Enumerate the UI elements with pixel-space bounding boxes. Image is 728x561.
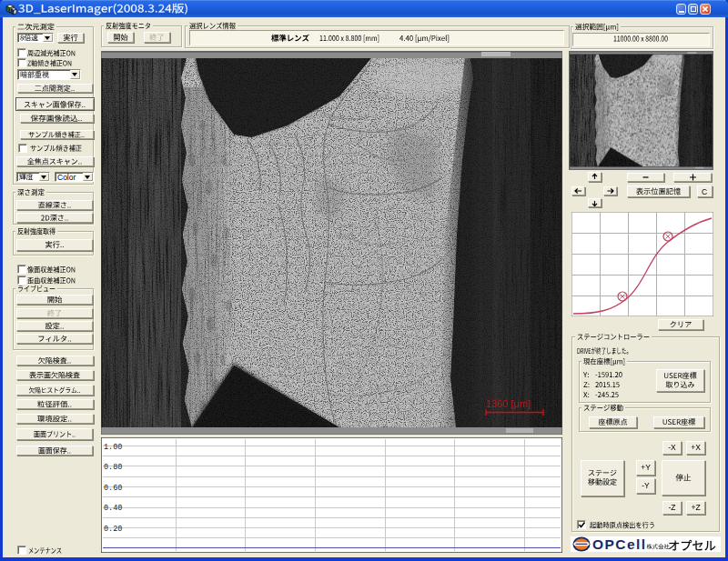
svg-text:1.00: 1.00: [104, 443, 122, 452]
svg-text:0.20: 0.20: [104, 525, 122, 534]
svg-text:0.80: 0.80: [104, 463, 122, 472]
svg-text:OPCell: OPCell: [592, 536, 645, 552]
svg-text:1360 [μm]: 1360 [μm]: [486, 398, 531, 409]
svg-text:0.40: 0.40: [104, 504, 122, 513]
svg-text:0.60: 0.60: [104, 484, 122, 493]
